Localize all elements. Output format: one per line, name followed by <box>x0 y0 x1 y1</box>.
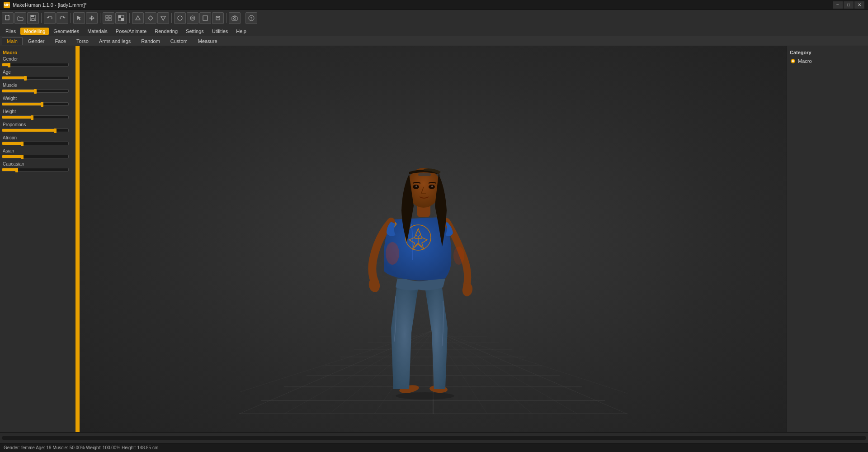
slider-handle-gender[interactable] <box>8 63 10 67</box>
slider-handle-african[interactable] <box>21 142 24 146</box>
slider-handle-caucasian[interactable] <box>15 168 18 172</box>
subtab-measure[interactable]: Measure <box>193 37 222 45</box>
macro-radio[interactable] <box>791 59 795 63</box>
svg-rect-7 <box>106 19 108 21</box>
slider-handle-asian[interactable] <box>21 155 24 159</box>
status-text: Gender: female Age: 19 Muscle: 50.00% We… <box>4 445 158 450</box>
menu-item-utilities[interactable]: Utilities <box>208 28 231 35</box>
subtab-random[interactable]: Random <box>136 37 165 45</box>
move-button[interactable] <box>86 12 98 24</box>
title-controls: − □ ✕ <box>833 1 864 9</box>
help-button[interactable]: ? <box>245 12 257 24</box>
svg-point-46 <box>396 392 454 400</box>
subtab-main[interactable]: Main <box>2 37 23 45</box>
subtab-torso[interactable]: Torso <box>71 37 94 45</box>
ring-button[interactable] <box>187 12 198 24</box>
slider-group-age: Age <box>2 69 74 80</box>
toolbar-sep-3 <box>100 13 100 23</box>
circle-button[interactable] <box>174 12 186 24</box>
slider-handle-proportions[interactable] <box>54 128 57 133</box>
save-button[interactable] <box>27 12 39 24</box>
svg-rect-5 <box>106 15 108 18</box>
slider-fill-age <box>2 76 25 79</box>
open-button[interactable] <box>14 12 26 24</box>
box-button[interactable] <box>199 12 211 24</box>
slider-handle-weight[interactable] <box>41 102 43 107</box>
toolbar-sep-4 <box>129 13 130 23</box>
title-bar-left: MH MakeHuman 1.1.0 - [lady1.mhm]* <box>4 2 87 8</box>
slider-fill-african <box>2 142 22 145</box>
svg-rect-10 <box>121 18 124 21</box>
slider-track-height[interactable] <box>2 115 69 119</box>
slider-track-caucasian[interactable] <box>2 168 69 171</box>
undo-button[interactable] <box>44 12 56 24</box>
menu-item-modelling[interactable]: Modelling <box>20 28 49 35</box>
redo-button[interactable] <box>57 12 68 24</box>
slider-track-weight[interactable] <box>2 102 69 106</box>
slider-label-height: Height <box>2 109 74 114</box>
slider-track-age[interactable] <box>2 76 69 80</box>
tri-button[interactable] <box>132 12 144 24</box>
menu-item-settings[interactable]: Settings <box>182 28 208 35</box>
right-panel: Category Macro <box>787 46 868 432</box>
svg-marker-14 <box>161 16 165 20</box>
slider-label-african: African <box>2 135 74 141</box>
subtab-face[interactable]: Face <box>50 37 71 45</box>
slider-handle-age[interactable] <box>24 76 27 81</box>
camera-button[interactable] <box>229 12 241 24</box>
slider-fill-height <box>2 116 32 119</box>
svg-text:?: ? <box>250 16 253 21</box>
svg-point-59 <box>415 186 417 187</box>
viewport[interactable] <box>80 46 787 432</box>
triangle2-button[interactable] <box>157 12 169 24</box>
category-macro-option[interactable]: Macro <box>789 57 866 65</box>
slider-track-proportions[interactable] <box>2 128 69 132</box>
title-text: MakeHuman 1.1.0 - [lady1.mhm]* <box>13 2 87 8</box>
toolbar-sep-7 <box>243 13 243 23</box>
slider-fill-caucasian <box>2 168 17 171</box>
svg-rect-8 <box>109 19 111 21</box>
diamond-button[interactable] <box>145 12 156 24</box>
svg-point-15 <box>178 16 182 20</box>
subtab-arms-and-legs[interactable]: Arms and legs <box>94 37 136 45</box>
slider-group-proportions: Proportions <box>2 122 74 132</box>
menu-item-pose-animate[interactable]: Pose/Animate <box>112 28 150 35</box>
maximize-button[interactable]: □ <box>844 1 854 9</box>
slider-label-age: Age <box>2 69 74 75</box>
menu-item-rendering[interactable]: Rendering <box>151 28 181 35</box>
cylinder-button[interactable] <box>212 12 224 24</box>
checkerboard-button[interactable] <box>115 12 127 24</box>
slider-track-african[interactable] <box>2 142 69 145</box>
slider-group-gender: Gender <box>2 56 74 67</box>
slider-track-muscle[interactable] <box>2 89 69 93</box>
svg-point-17 <box>192 17 193 19</box>
subtab-gender[interactable]: Gender <box>23 37 50 45</box>
slider-handle-muscle[interactable] <box>34 89 37 94</box>
slider-handle-height[interactable] <box>31 115 33 120</box>
subtab-custom[interactable]: Custom <box>165 37 193 45</box>
minimize-button[interactable]: − <box>833 1 843 9</box>
select-button[interactable] <box>73 12 85 24</box>
macro-radio-dot <box>792 60 794 62</box>
slider-track-asian[interactable] <box>2 155 69 158</box>
slider-track-gender[interactable] <box>2 63 69 67</box>
slider-label-proportions: Proportions <box>2 122 74 128</box>
svg-rect-4 <box>32 19 34 20</box>
menu-item-files[interactable]: Files <box>2 28 19 35</box>
slider-group-height: Height <box>2 109 74 119</box>
svg-rect-6 <box>109 15 111 18</box>
menu-item-help[interactable]: Help <box>232 28 250 35</box>
toolbar-sep-5 <box>171 13 172 23</box>
new-button[interactable] <box>2 12 14 24</box>
close-button[interactable]: ✕ <box>854 1 864 9</box>
grid-view-button[interactable] <box>103 12 114 24</box>
menu-item-geometries[interactable]: Geometries <box>50 28 83 35</box>
category-header: Category <box>789 48 866 57</box>
slider-label-asian: Asian <box>2 148 74 154</box>
bottom-bar <box>0 432 868 443</box>
macro-label: Macro <box>798 58 812 64</box>
menu-item-materials[interactable]: Materials <box>84 28 111 35</box>
svg-rect-56 <box>418 173 431 176</box>
svg-rect-9 <box>118 15 121 18</box>
svg-rect-18 <box>203 16 208 20</box>
